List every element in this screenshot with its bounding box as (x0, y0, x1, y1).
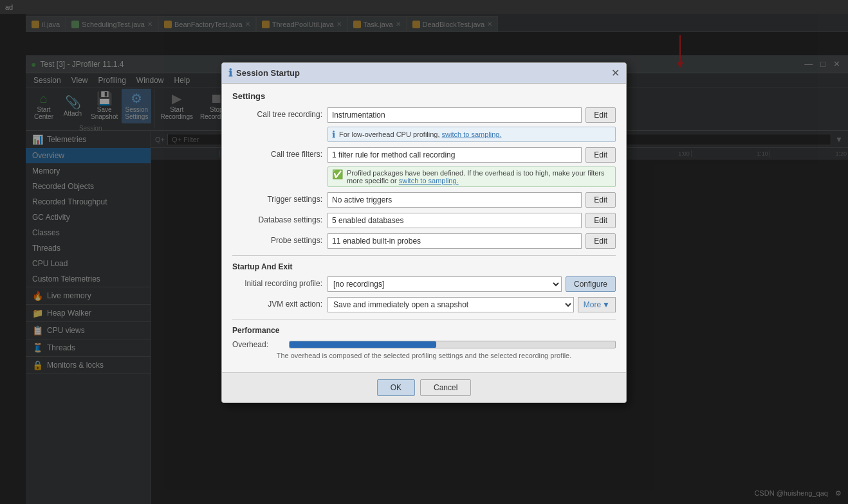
call-tree-edit-button[interactable]: Edit (585, 107, 616, 123)
overhead-bar-container: Overhead: (232, 340, 616, 349)
csdn-watermark: CSDN @huisheng_qaq ⚙ (754, 489, 842, 498)
modal-title-text: Session Startup (236, 68, 300, 78)
database-settings-input[interactable] (327, 213, 582, 228)
section-divider-1 (232, 255, 616, 256)
call-tree-recording-field: Edit ℹ For low-overhead CPU profiling, s… (327, 107, 616, 142)
success-bar: ✅ Profiled packages have been defined. I… (327, 166, 616, 187)
top-status-bar: ad (0, 0, 848, 14)
call-tree-filters-input-row: Edit (327, 147, 616, 163)
modal-title-left: ℹ Session Startup (228, 67, 300, 79)
info-icon: ℹ (332, 129, 335, 140)
ok-button[interactable]: OK (377, 379, 415, 396)
initial-recording-input-row: [no recordings] Configure (327, 276, 616, 292)
call-tree-recording-label: Call tree recording: (232, 107, 322, 119)
overhead-bar-track (289, 341, 616, 348)
success-note-text: Profiled packages have been defined. If … (347, 169, 611, 184)
gear-icon: ⚙ (835, 489, 842, 497)
trigger-settings-label: Trigger settings: (232, 192, 322, 204)
trigger-settings-edit-button[interactable]: Edit (585, 192, 616, 208)
performance-section-title: Performance (232, 326, 616, 335)
trigger-settings-row: Trigger settings: Edit (232, 192, 616, 208)
call-tree-filters-edit-button[interactable]: Edit (585, 147, 616, 163)
call-tree-filters-field: Edit ✅ Profiled packages have been defin… (327, 147, 616, 187)
more-button[interactable]: More ▼ (578, 297, 616, 312)
call-tree-recording-input[interactable] (327, 107, 582, 123)
database-settings-label: Database settings: (232, 213, 322, 224)
configure-button[interactable]: Configure (566, 276, 616, 292)
more-label: More (584, 300, 601, 309)
call-tree-filters-row: Call tree filters: Edit ✅ Profiled packa… (232, 147, 616, 187)
jvm-exit-input-row: Save and immediately open a snapshot Mor… (327, 297, 616, 312)
probe-settings-input[interactable] (327, 233, 582, 249)
probe-settings-row: Probe settings: Edit (232, 233, 616, 249)
probe-settings-edit-button[interactable]: Edit (585, 233, 616, 249)
trigger-settings-field: Edit (327, 192, 616, 208)
modal-info-icon: ℹ (228, 67, 232, 79)
modal-footer: OK Cancel (222, 372, 626, 402)
database-settings-row: Database settings: Edit (232, 213, 616, 228)
trigger-settings-input[interactable] (327, 192, 582, 208)
initial-recording-label: Initial recording profile: (232, 276, 322, 288)
call-tree-filters-input[interactable] (327, 147, 582, 163)
probe-settings-field: Edit (327, 233, 616, 249)
overhead-bar-fill (290, 341, 436, 348)
call-tree-filters-label: Call tree filters: (232, 147, 322, 159)
initial-recording-field: [no recordings] Configure (327, 276, 616, 292)
probe-settings-label: Probe settings: (232, 233, 322, 245)
jvm-exit-select[interactable]: Save and immediately open a snapshot (327, 297, 574, 312)
settings-section-title: Settings (232, 91, 616, 101)
switch-to-sampling-link2[interactable]: switch to sampling. (399, 177, 459, 184)
overhead-label: Overhead: (232, 340, 284, 349)
top-bar-text: ad (5, 3, 13, 11)
call-tree-input-row: Edit (327, 107, 616, 123)
section-divider-2 (232, 319, 616, 320)
modal-overlay: ℹ Session Startup ✕ Settings Call tree r… (0, 0, 848, 504)
trigger-input-row: Edit (327, 192, 616, 208)
probe-input-row: Edit (327, 233, 616, 249)
jvm-exit-field: Save and immediately open a snapshot Mor… (327, 297, 616, 312)
database-settings-edit-button[interactable]: Edit (585, 213, 616, 228)
performance-section: Performance Overhead: The overhead is co… (232, 326, 616, 359)
overhead-description: The overhead is composed of the selected… (232, 352, 616, 359)
call-tree-recording-row: Call tree recording: Edit ℹ For low-over… (232, 107, 616, 142)
initial-recording-row: Initial recording profile: [no recording… (232, 276, 616, 292)
cancel-button[interactable]: Cancel (420, 379, 471, 396)
call-tree-info-bar: ℹ For low-overhead CPU profiling, switch… (327, 127, 616, 142)
startup-exit-section-title: Startup And Exit (232, 262, 616, 271)
modal-title-bar: ℹ Session Startup ✕ (222, 63, 626, 84)
switch-to-sampling-link1[interactable]: switch to sampling. (442, 130, 502, 138)
jvm-exit-row: JVM exit action: Save and immediately op… (232, 297, 616, 312)
success-icon: ✅ (332, 169, 343, 179)
modal-close-button[interactable]: ✕ (611, 67, 620, 79)
initial-recording-select[interactable]: [no recordings] (327, 276, 562, 292)
csdn-text: CSDN @huisheng_qaq (754, 489, 828, 497)
jvm-exit-label: JVM exit action: (232, 297, 322, 309)
info-note-text: For low-overhead CPU profiling, switch t… (339, 130, 502, 138)
database-input-row: Edit (327, 213, 616, 228)
more-dropdown-icon: ▼ (602, 300, 610, 309)
database-settings-field: Edit (327, 213, 616, 228)
modal-body: Settings Call tree recording: Edit ℹ For… (222, 84, 626, 372)
session-startup-modal: ℹ Session Startup ✕ Settings Call tree r… (221, 62, 627, 403)
